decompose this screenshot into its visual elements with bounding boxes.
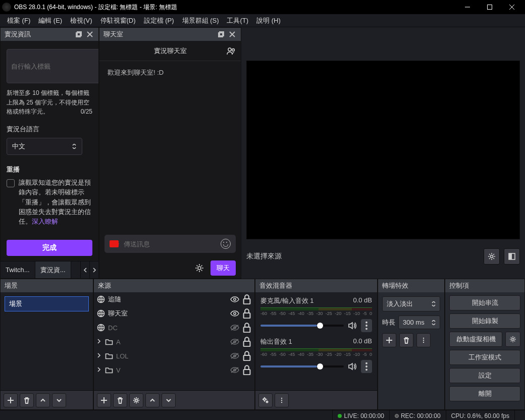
transition-menu-button[interactable] bbox=[416, 333, 431, 347]
lock-toggle[interactable] bbox=[242, 337, 251, 346]
source-up-button[interactable] bbox=[145, 393, 160, 407]
source-settings-button[interactable] bbox=[484, 248, 500, 265]
source-item[interactable]: LOL bbox=[94, 349, 254, 363]
remove-scene-button[interactable] bbox=[20, 393, 34, 407]
menu-help[interactable]: 說明 (H) bbox=[252, 15, 285, 27]
scene-down-button[interactable] bbox=[52, 393, 66, 407]
source-item[interactable]: DC bbox=[94, 321, 254, 335]
rebroadcast-text: 讓觀眾知道您的實況是預錄內容。若未明確標示「重播」，會讓觀眾感到困惑並失去對實況… bbox=[19, 178, 92, 227]
menu-docks[interactable]: 停駐視窗(D) bbox=[96, 15, 140, 27]
close-dock-icon[interactable] bbox=[228, 30, 237, 39]
remove-transition-button[interactable] bbox=[399, 333, 413, 347]
globe-icon bbox=[97, 324, 105, 332]
svg-rect-29 bbox=[244, 313, 250, 318]
close-button[interactable] bbox=[501, 0, 523, 14]
lock-toggle[interactable] bbox=[242, 351, 251, 360]
visibility-toggle[interactable] bbox=[230, 337, 239, 346]
chat-compose[interactable] bbox=[104, 235, 236, 253]
speaker-icon[interactable] bbox=[348, 362, 357, 371]
svg-point-63 bbox=[423, 338, 424, 339]
visibility-toggle[interactable] bbox=[230, 295, 239, 304]
lock-toggle[interactable] bbox=[242, 309, 251, 318]
visibility-toggle[interactable] bbox=[230, 323, 239, 332]
menu-profile[interactable]: 設定檔 (P) bbox=[140, 15, 178, 27]
maximize-button[interactable] bbox=[479, 0, 501, 14]
visibility-toggle[interactable] bbox=[230, 309, 239, 318]
chevron-right-icon[interactable] bbox=[97, 352, 102, 360]
trash-icon bbox=[403, 337, 410, 344]
dock-scenes: 場景 場景 bbox=[0, 279, 93, 410]
rec-dot-icon bbox=[395, 414, 399, 418]
menu-scenecol[interactable]: 場景群組 (S) bbox=[178, 15, 223, 27]
scene-list[interactable]: 場景 bbox=[1, 292, 93, 390]
status-cpu: CPU: 0.6%, 60.00 fps bbox=[446, 410, 514, 420]
virtualcam-settings-button[interactable] bbox=[505, 332, 520, 347]
chat-send-button[interactable]: 聊天 bbox=[211, 260, 236, 276]
add-scene-button[interactable] bbox=[4, 393, 18, 407]
popout-icon[interactable] bbox=[217, 30, 226, 39]
remove-source-button[interactable] bbox=[113, 393, 127, 407]
window-title: OBS 28.0.1 (64-bit, windows) - 設定檔: 無標題 … bbox=[14, 3, 456, 12]
chevron-right-icon[interactable] bbox=[97, 366, 102, 374]
learn-more-link[interactable]: 深入瞭解 bbox=[32, 218, 58, 225]
duration-input[interactable]: 300 ms bbox=[398, 316, 440, 329]
scene-up-button[interactable] bbox=[36, 393, 50, 407]
exit-button[interactable]: 離開 bbox=[449, 386, 520, 401]
virtualcam-button[interactable]: 啟動虛擬相機 bbox=[449, 332, 502, 347]
close-dock-icon[interactable] bbox=[85, 30, 94, 39]
start-record-button[interactable]: 開始錄製 bbox=[449, 313, 520, 329]
done-button[interactable]: 完成 bbox=[7, 240, 92, 256]
channel-menu-button[interactable] bbox=[361, 360, 372, 373]
mixer-menu-button[interactable] bbox=[275, 393, 289, 407]
source-item[interactable]: V bbox=[94, 363, 254, 377]
settings-button[interactable]: 設定 bbox=[449, 368, 520, 383]
tag-input[interactable] bbox=[7, 49, 98, 83]
lock-toggle[interactable] bbox=[242, 295, 251, 304]
menu-tools[interactable]: 工具(T) bbox=[223, 15, 252, 27]
gear-icon bbox=[262, 397, 269, 404]
chat-input[interactable] bbox=[124, 240, 216, 248]
source-item[interactable]: 聊天室 bbox=[94, 306, 254, 321]
speaker-icon[interactable] bbox=[348, 321, 357, 330]
mixer-advanced-button[interactable] bbox=[258, 393, 273, 407]
chevron-right-icon[interactable] bbox=[97, 338, 102, 346]
source-item[interactable]: A bbox=[94, 335, 254, 349]
menu-file[interactable]: 檔案 (F) bbox=[3, 15, 34, 27]
tab-twitch[interactable]: Twitch... bbox=[1, 261, 35, 278]
source-item[interactable]: 追隨 bbox=[94, 292, 254, 306]
popout-icon[interactable] bbox=[74, 30, 83, 39]
transition-select[interactable]: 淡入淡出 bbox=[382, 296, 440, 311]
source-down-button[interactable] bbox=[162, 393, 176, 407]
volume-slider[interactable] bbox=[260, 325, 344, 327]
lock-toggle[interactable] bbox=[242, 323, 251, 332]
resize-grip[interactable] bbox=[514, 410, 525, 420]
svg-point-13 bbox=[232, 48, 235, 51]
menu-view[interactable]: 檢視(V) bbox=[66, 15, 96, 27]
emoji-icon[interactable] bbox=[221, 239, 231, 249]
start-stream-button[interactable]: 開始串流 bbox=[449, 295, 520, 310]
menu-edit[interactable]: 編輯 (E) bbox=[34, 15, 66, 27]
gear-icon bbox=[133, 397, 140, 404]
tab-scroll-left[interactable] bbox=[80, 261, 89, 278]
visibility-toggle[interactable] bbox=[230, 351, 239, 360]
source-list[interactable]: 追隨聊天室DCALOLV bbox=[94, 292, 254, 390]
tab-stream-info[interactable]: 實況資... bbox=[35, 261, 71, 278]
add-transition-button[interactable] bbox=[382, 333, 396, 347]
volume-slider[interactable] bbox=[260, 365, 344, 368]
chat-settings-button[interactable] bbox=[192, 261, 206, 275]
channel-db: 0.0 dB bbox=[353, 337, 372, 346]
language-select[interactable]: 中文 bbox=[7, 138, 82, 155]
users-icon[interactable] bbox=[227, 46, 236, 56]
source-properties-button[interactable] bbox=[129, 393, 143, 407]
minimize-button[interactable] bbox=[456, 0, 479, 14]
lock-toggle[interactable] bbox=[242, 365, 251, 375]
visibility-toggle[interactable] bbox=[230, 365, 239, 375]
filters-button[interactable] bbox=[504, 248, 520, 265]
add-source-button[interactable] bbox=[97, 393, 111, 407]
channel-menu-button[interactable] bbox=[361, 319, 372, 332]
scene-item[interactable]: 場景 bbox=[5, 296, 89, 311]
rebroadcast-checkbox[interactable] bbox=[7, 179, 15, 187]
studio-mode-button[interactable]: 工作室模式 bbox=[449, 350, 520, 365]
tab-scroll-right[interactable] bbox=[89, 261, 98, 278]
preview-canvas[interactable] bbox=[246, 61, 520, 239]
